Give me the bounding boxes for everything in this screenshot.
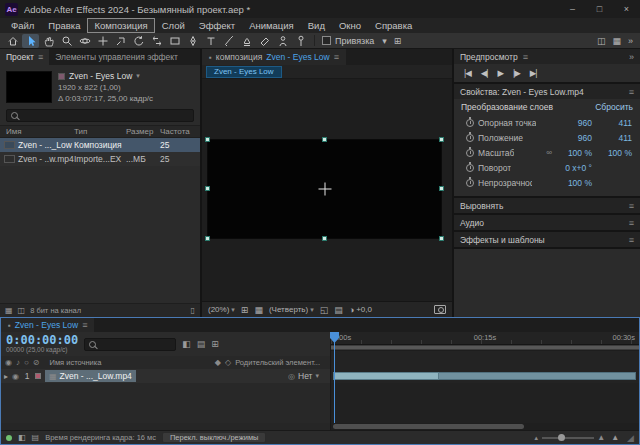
audio-icon[interactable]: ♪ [16,358,20,367]
bit-depth-label[interactable]: 8 бит на канал [30,306,81,315]
workspace-icon-b[interactable]: ▦ [609,36,624,46]
stopwatch-icon[interactable] [466,149,474,157]
roto-brush-tool-icon[interactable] [274,34,291,48]
property-value-y[interactable]: 411 [596,133,632,143]
new-folder-icon[interactable]: ◫ [18,306,26,315]
resolution-dropdown[interactable]: (Четверть) ▾ [269,305,314,314]
minimize-button[interactable]: – [559,0,586,18]
column-rate[interactable]: Частота [160,127,200,136]
grid-options-icon[interactable]: ⊞ [391,36,405,46]
timeline-search-input[interactable] [100,339,171,349]
property-value[interactable]: 0 х+0 ° [540,163,592,173]
property-value-x[interactable]: 960 [556,118,592,128]
menu-window[interactable]: Окно [332,18,368,33]
selection-handle[interactable] [205,236,210,241]
property-value-x[interactable]: 960 [556,133,592,143]
selection-handle[interactable] [439,186,444,191]
zoom-out-mountain-icon[interactable]: ▲ [533,435,539,441]
column-name[interactable]: Имя [0,127,74,136]
selection-handle[interactable] [439,137,444,142]
draft-3d-icon[interactable]: ▤ [197,339,206,349]
first-frame-icon[interactable]: |◀ [464,68,471,78]
resize-grip-icon[interactable]: ◢ [627,433,634,443]
graph-editor-icon[interactable]: ▤ [32,433,40,442]
stopwatch-icon[interactable] [466,134,474,142]
audio-panel-title[interactable]: Аудио [460,218,484,228]
puppet-pin-tool-icon[interactable] [292,34,309,48]
type-tool-icon[interactable] [202,34,219,48]
menu-view[interactable]: Вид [301,18,332,33]
magnification-dropdown[interactable]: (20%) ▾ [208,305,235,314]
current-timecode[interactable]: 0:00:00:00 [6,334,78,346]
zoom-slider-thumb[interactable] [558,434,565,441]
selection-handle[interactable] [205,186,210,191]
orbit-camera-tool-icon[interactable] [76,34,93,48]
project-row-composition[interactable]: Zven - ..._Low Композиция 25 [0,138,200,152]
pickwhip-icon[interactable]: ◎ [288,372,295,381]
comp-name-caret-icon[interactable]: ▾ [136,72,140,80]
layer-switches-icon[interactable]: ◆ [215,358,221,367]
stopwatch-icon[interactable] [466,119,474,127]
stopwatch-icon[interactable] [466,179,474,187]
toggle-switches-modes-button[interactable]: Перекл. выключ./режимы [162,432,266,443]
layer-color-swatch[interactable] [35,373,41,379]
reset-link[interactable]: Сбросить [595,102,633,112]
selection-handle[interactable] [439,236,444,241]
interpret-footage-icon[interactable]: ▦ [5,306,13,315]
scroll-up-icon[interactable]: ▲ [611,433,619,442]
panel-menu-icon[interactable]: ≡ [38,52,43,62]
panel-menu-icon[interactable]: ≡ [82,320,87,330]
composition-mini-flowchart-icon[interactable]: ◧ [182,339,191,349]
rotation-tool-icon[interactable] [130,34,147,48]
work-area-bar[interactable] [331,345,639,351]
workspace-icon-a[interactable]: ◫ [594,36,609,46]
selection-tool-icon[interactable] [22,34,39,48]
shape-tool-icon[interactable] [166,34,183,48]
snapshot-camera-icon[interactable] [434,305,446,314]
layer-duration-bar-highlight[interactable] [333,372,439,380]
viewer-tab[interactable]: Zven - Eyes Low [206,66,282,78]
source-name-column[interactable]: Имя источника [50,358,102,367]
tab-project[interactable]: Проект ≡ [0,49,49,65]
anchor-point-icon[interactable] [318,183,331,196]
lock-icon[interactable]: ⊘ [33,358,40,367]
panel-menu-icon[interactable]: ≡ [334,52,339,62]
region-of-interest-icon[interactable]: ◱ [320,305,329,315]
menu-edit[interactable]: Правка [41,18,87,33]
playhead-line[interactable] [334,333,335,423]
align-panel-title[interactable]: Выровнять [460,201,503,211]
column-type[interactable]: Тип [74,127,126,136]
selection-handle[interactable] [322,236,327,241]
menu-file[interactable]: Файл [4,18,41,33]
pen-tool-icon[interactable] [184,34,201,48]
property-value[interactable]: 100 % [540,178,592,188]
project-search-input[interactable] [22,111,189,121]
expand-layers-icon[interactable]: ◧ [18,433,26,442]
brush-tool-icon[interactable] [220,34,237,48]
stopwatch-icon[interactable] [466,164,474,172]
link-icon[interactable]: ∞ [546,148,552,157]
fast-previews-icon[interactable]: ▤ [334,305,343,315]
timeline-tab[interactable]: ▪ Zven - Eyes Low ≡ [1,318,94,332]
dolly-camera-tool-icon[interactable] [112,34,129,48]
layer-eye-icon[interactable]: ◉ [12,372,19,381]
horizontal-scrollbar-thumb[interactable] [333,424,524,429]
dock-overflow-icon[interactable]: » [629,52,634,62]
column-size[interactable]: Размер [126,127,160,136]
panel-menu-icon[interactable]: ≡ [629,235,634,245]
eraser-tool-icon[interactable] [256,34,273,48]
maximize-button[interactable]: □ [586,0,613,18]
pan-camera-tool-icon[interactable] [94,34,111,48]
project-row-footage[interactable]: Zven - ..w.mp4 Importe...EX ...МБ 25 [0,152,200,166]
panel-menu-icon[interactable]: ≡ [523,52,528,62]
clone-stamp-tool-icon[interactable] [238,34,255,48]
time-ruler[interactable]: :00s 00:15s 00:30s [331,332,639,345]
property-value-y[interactable]: 411 [596,118,632,128]
pan-behind-tool-icon[interactable] [148,34,165,48]
layer-expander-icon[interactable]: ▸ [4,372,8,381]
transparency-grid-icon[interactable]: ▦ [254,305,263,315]
comp-name[interactable]: Zven - Eyes Low [69,71,132,81]
menu-effect[interactable]: Эффект [192,18,242,33]
transfer-modes-icon[interactable]: ◇ [225,358,231,367]
tab-composition[interactable]: ▪ композиция Zven - Eyes Low ≡ [202,49,346,65]
